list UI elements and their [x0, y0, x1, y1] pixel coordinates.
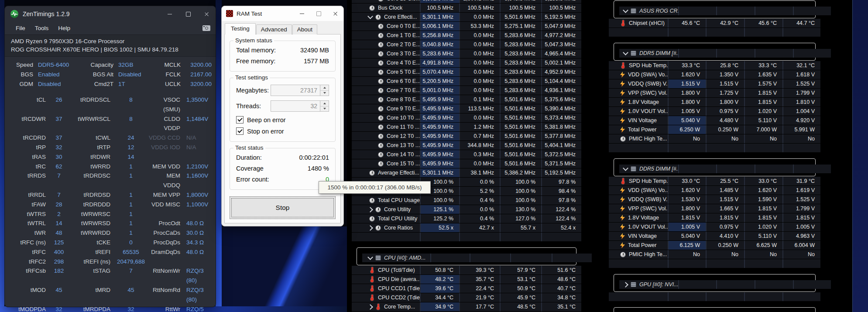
sensor-row[interactable]: Core 6 T0 E...5,200.5 MHz0.0 MHz5,283.6 … — [352, 77, 581, 86]
sensor-row[interactable]: PMIC High Te...NoNoNoNo — [609, 250, 820, 259]
sensor-row[interactable]: Core Temp...34.9 °C17.7 °C48.5 °C35.1 °C — [352, 302, 581, 311]
sensor-row[interactable]: Core 14 T0 ...5,495.9 MHz0.3 MHz5,501.6 … — [352, 150, 581, 159]
sensor-value — [744, 28, 782, 37]
sensor-value: 1.618 V — [782, 70, 820, 79]
sensor-row[interactable]: Chipset (xHCI)45.6 °C42.9 °C45.6 °C44.7 … — [609, 19, 820, 27]
sensor-row[interactable]: Total CPU Usage100.0 %0.4 %100.0 %97.8 % — [352, 196, 581, 205]
tab-testing[interactable]: Testing — [225, 23, 256, 34]
gauge-icon — [378, 69, 384, 75]
bolt-icon — [620, 99, 625, 105]
sensor-row[interactable]: VIN Voltage5.040 V4.480 V5.110 V4.920 V — [609, 116, 820, 125]
chevron-down-icon[interactable] — [367, 254, 373, 260]
close-button[interactable] — [197, 7, 216, 21]
screenshot-camera-icon[interactable] — [202, 25, 210, 31]
checkbox-checked-icon[interactable] — [236, 127, 244, 135]
maximize-button[interactable] — [310, 8, 327, 19]
sensor-row[interactable]: Total Power6.250 W0.250 W7.000 W5.991 W — [609, 125, 820, 134]
sensor-row[interactable]: 1.8V Voltage1.815 V1.815 V1.815 V1.815 V — [609, 213, 820, 222]
sensor-row[interactable]: CPU (Tctl/Tdie)50.8 °C39.3 °C57.9 °C51.6… — [352, 266, 581, 274]
sensor-row[interactable]: 1.0V VOUT Vol...1.005 V0.975 V1.020 V1.0… — [609, 107, 820, 116]
sensor-row[interactable]: Core 1 T0 E...5,256.8 MHz0.0 MHz5,283.6 … — [352, 31, 581, 40]
sensor-row[interactable]: Core 0 T0 E...5,006.1 MHz53.3 MHz5,275.1… — [352, 22, 581, 31]
sensor-value — [793, 49, 831, 58]
stop-button[interactable]: Stop — [230, 196, 336, 219]
sensor-group[interactable]: DDR5 DIMM [#... — [614, 43, 816, 61]
chevron-right-icon[interactable] — [367, 225, 373, 231]
checkbox-checked-icon[interactable] — [236, 116, 244, 123]
gauge-icon — [378, 143, 384, 148]
gauge-icon — [620, 136, 626, 142]
sensor-value: 57.9 °C — [500, 266, 541, 274]
sensor-row[interactable]: Core 5 T0 E...5,070.4 MHz0.0 MHz5,283.6 … — [352, 68, 581, 76]
sensor-row[interactable]: Core 2 T0 E...5,040.8 MHz0.0 MHz5,283.6 … — [352, 40, 581, 49]
megabytes-stepper[interactable]: 27317 — [271, 85, 329, 96]
sensor-group[interactable]: GPU [#0]: NVI... — [614, 274, 816, 292]
sensor-row[interactable]: 1.0V VOUT Vol...1.005 V0.975 V1.020 V1.0… — [609, 223, 820, 231]
sensor-row[interactable]: Core 15 T0 ...5,495.9 MHz0.0 MHz5,501.6 … — [352, 159, 581, 168]
sensor-row[interactable]: PMIC High Te...NoNoNoNo — [609, 134, 820, 143]
tab-advanced[interactable]: Advanced — [256, 24, 292, 34]
sensor-row[interactable]: Total CPU Utility125.2 %0.4 %127.0 %122.… — [352, 214, 581, 223]
sensor-row[interactable]: SPD Hub Temp...33.3 °C25.8 °C33.3 °C32.1… — [609, 61, 820, 70]
gauge-icon — [369, 170, 375, 176]
chevron-right-icon[interactable] — [367, 304, 373, 310]
spin-up-button[interactable] — [320, 85, 329, 90]
sensor-row[interactable]: VPP (SWC) Vol...1.800 V1.665 V1.815 V1.7… — [609, 204, 820, 213]
sensor-row[interactable]: Average Effecti...5,301.1 MHz38.1 MHz5,3… — [352, 168, 581, 177]
spin-down-button[interactable] — [320, 106, 329, 112]
minimize-button[interactable] — [161, 7, 179, 21]
menu-tools[interactable]: Tools — [30, 24, 54, 33]
tab-about[interactable]: About — [292, 24, 317, 34]
chevron-right-icon[interactable] — [623, 282, 628, 288]
sensor-row[interactable]: 1.8V Voltage1.800 V1.800 V1.815 V1.810 V — [609, 98, 820, 106]
sensor-row[interactable]: CPU Die (avera...48.2 °C35.7 °C53.1 °C48… — [352, 275, 581, 284]
chevron-down-icon[interactable] — [623, 50, 628, 55]
close-button[interactable] — [327, 8, 343, 19]
sensor-row[interactable]: Core 12 T0 ...5,495.9 MHz0.7 MHz5,501.6 … — [352, 132, 581, 141]
sensor-row[interactable]: VPP (SWC) Vol...1.800 V1.725 V1.815 V1.7… — [609, 89, 820, 97]
memcfg-label: Speed — [7, 60, 37, 70]
sensor-value: 127.0 % — [500, 214, 541, 223]
sensor-row[interactable]: Core Utility125.1 %0.0 %130.0 %122.4 % — [352, 205, 581, 214]
sensor-row[interactable]: Core Ratios52.5 x42.7 x55.7 x52.4 x — [352, 223, 581, 232]
sensor-row[interactable]: Core 7 T0 E...5,001.0 MHz0.0 MHz5,283.6 … — [352, 86, 581, 95]
sensor-value — [744, 292, 782, 301]
menu-help[interactable]: Help — [53, 24, 75, 33]
sensor-row[interactable]: Core 4 T0 E...4,991.8 MHz0.0 MHz5,283.6 … — [352, 58, 581, 67]
spin-down-button[interactable] — [320, 90, 329, 96]
chevron-right-icon[interactable] — [367, 207, 373, 213]
sensor-group[interactable]: ASUS ROG CR... — [614, 0, 816, 18]
minimize-button[interactable] — [294, 8, 310, 19]
sensor-row[interactable]: Bus Clock100.5 MHz100.5 MHz100.5 MHz100.… — [352, 3, 581, 12]
sensor-row[interactable]: VDDQ (SWB) V...1.530 V1.515 V1.590 V1.52… — [609, 195, 820, 204]
sensor-row[interactable]: VDDQ (SWB) V...1.515 V1.515 V1.575 V1.52… — [609, 79, 820, 88]
sensor-row[interactable]: Core 13 T0 ...5,495.9 MHz344.8 MHz5,501.… — [352, 141, 581, 150]
chip-icon — [375, 255, 381, 261]
sensor-row[interactable]: Total Power6.125 W0.250 W6.625 W6.004 W — [609, 241, 820, 250]
sensor-value: 4.920 V — [782, 116, 820, 125]
sensor-row[interactable]: Core 10 T0 ...5,495.9 MHz0.0 MHz5,501.6 … — [352, 113, 581, 122]
chevron-down-icon[interactable] — [623, 7, 628, 13]
spin-up-button[interactable] — [320, 101, 329, 106]
sensor-row[interactable]: Core Effecti...5,301.1 MHz0.0 MHz5,501.6… — [352, 13, 581, 21]
threads-stepper[interactable]: 32 — [271, 100, 329, 112]
menu-file[interactable]: File — [11, 24, 30, 33]
sensor-group[interactable]: DDR5 DIMM [#... — [614, 158, 816, 176]
sensor-value: 22.4 °C — [459, 284, 500, 293]
sensor-row[interactable]: Core 9 T0 E...5,495.9 MHz113.5 MHz5,501.… — [352, 104, 581, 113]
chevron-down-icon[interactable] — [623, 165, 628, 171]
sensor-row[interactable]: Core 8 T0 E...5,495.9 MHz0.1 MHz5,501.6 … — [352, 95, 581, 104]
sensor-row[interactable]: VDD (SWA) Vo...1.620 V1.350 V1.635 V1.61… — [609, 70, 820, 79]
sensor-group[interactable]: Windows Hard... — [614, 307, 816, 312]
sensor-group[interactable]: CPU [#0]: AMD... — [357, 247, 576, 265]
sensor-row[interactable]: SPD Hub Temp...33.0 °C25.5 °C33.0 °C31.9… — [609, 177, 820, 185]
sensor-row[interactable]: Core 3 T0 E...5,283.6 MHz0.0 MHz5,283.6 … — [352, 49, 581, 58]
sensor-row[interactable]: Core 11 T0 ...5,495.9 MHz1.2 MHz5,501.6 … — [352, 123, 581, 131]
sensor-row[interactable]: CPU CCD2 (Tdie)34.4 °C21.9 °C45.9 °C34.8… — [352, 293, 581, 302]
sensor-row[interactable]: Core 15 Clo...5,301.6 MHz1,500.1 MHz5,54… — [352, 0, 581, 3]
chevron-down-icon[interactable] — [367, 14, 373, 19]
sensor-row[interactable]: VIN Voltage5.040 V4.410 V5.110 V4.963 V — [609, 232, 820, 240]
sensor-row[interactable]: CPU CCD1 (Tdie)39.6 °C22.4 °C50.9 °C40.7… — [352, 284, 581, 293]
sensor-row[interactable]: VDD (SWA) Vo...1.620 V1.485 V1.620 V1.61… — [609, 186, 820, 195]
maximize-button[interactable] — [179, 7, 197, 21]
